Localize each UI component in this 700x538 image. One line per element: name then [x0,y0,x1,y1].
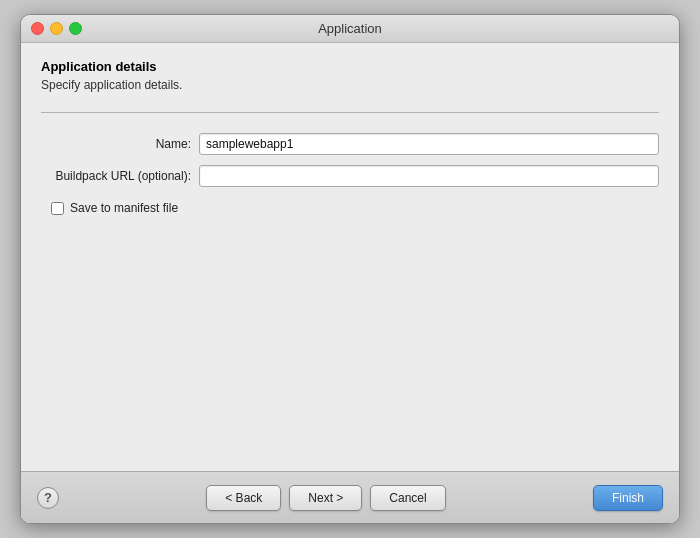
window-controls [31,22,82,35]
section-subtitle: Specify application details. [41,78,659,92]
buildpack-row: Buildpack URL (optional): [51,165,659,187]
name-label: Name: [51,137,191,151]
buildpack-label: Buildpack URL (optional): [51,169,191,183]
save-manifest-label: Save to manifest file [70,201,178,215]
top-divider [41,112,659,113]
name-row: Name: [51,133,659,155]
back-button[interactable]: < Back [206,485,281,511]
minimize-button[interactable] [50,22,63,35]
footer-left: ? [37,487,59,509]
save-manifest-checkbox[interactable] [51,202,64,215]
name-input[interactable] [199,133,659,155]
close-button[interactable] [31,22,44,35]
section-title: Application details [41,59,659,74]
buildpack-input[interactable] [199,165,659,187]
content-area: Application details Specify application … [21,43,679,471]
window-title: Application [318,21,382,36]
next-button[interactable]: Next > [289,485,362,511]
help-button[interactable]: ? [37,487,59,509]
finish-button[interactable]: Finish [593,485,663,511]
footer: ? < Back Next > Cancel Finish [21,471,679,523]
checkbox-row: Save to manifest file [51,201,659,215]
footer-center: < Back Next > Cancel [59,485,593,511]
footer-right: Finish [593,485,663,511]
application-window: Application Application details Specify … [20,14,680,524]
cancel-button[interactable]: Cancel [370,485,445,511]
maximize-button[interactable] [69,22,82,35]
spacer [41,215,659,461]
title-bar: Application [21,15,679,43]
form-area: Name: Buildpack URL (optional): [51,133,659,187]
